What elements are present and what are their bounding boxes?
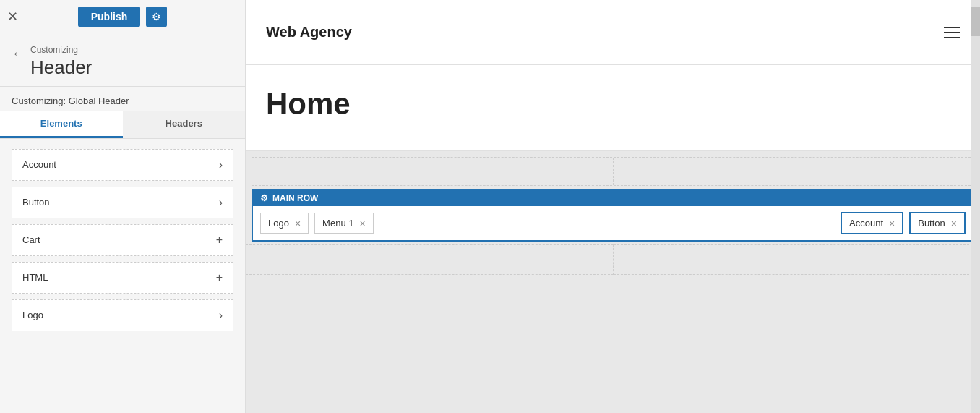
plus-icon: + — [216, 271, 223, 284]
home-section: Home — [246, 65, 980, 151]
chip-menu1-label: Menu 1 — [322, 218, 353, 229]
customizing-label: Customizing — [30, 45, 92, 56]
back-button[interactable]: ← — [12, 46, 25, 61]
top-bar: ✕ Publish ⚙ — [0, 0, 245, 33]
element-html-label: HTML — [22, 272, 216, 283]
element-cart-label: Cart — [22, 234, 216, 245]
element-html[interactable]: HTML + — [12, 262, 233, 294]
global-header-label: Customizing: Global Header — [0, 87, 245, 111]
settings-button[interactable]: ⚙ — [146, 7, 167, 27]
element-logo[interactable]: Logo › — [12, 299, 233, 331]
main-row-label: MAIN ROW — [272, 193, 318, 203]
chevron-right-icon: › — [219, 196, 223, 209]
left-panel: ✕ Publish ⚙ ← Customizing Header Customi… — [0, 0, 246, 413]
chip-account[interactable]: Account × — [841, 212, 903, 234]
main-content: Web Agency Home ⚙ MAIN ROW Logo — [246, 0, 980, 413]
main-row-container: ⚙ MAIN ROW Logo × Menu 1 × Account — [252, 189, 974, 242]
builder-top-row-right[interactable] — [614, 158, 974, 185]
close-icon: ✕ — [7, 9, 18, 25]
ham-line-1 — [944, 27, 960, 28]
ham-line-2 — [944, 32, 960, 33]
chevron-right-icon: › — [219, 158, 223, 171]
chip-logo-label: Logo — [268, 218, 289, 229]
builder-top-row-left[interactable] — [252, 158, 614, 185]
customizing-header-section: ← Customizing Header — [0, 33, 245, 87]
main-row-header: ⚙ MAIN ROW — [253, 190, 973, 206]
main-row-body: Logo × Menu 1 × Account × Button × — [253, 206, 973, 240]
hamburger-icon[interactable] — [944, 27, 960, 38]
publish-button[interactable]: Publish — [78, 7, 141, 27]
builder-bottom-cell-right[interactable] — [614, 244, 981, 275]
chip-logo-close[interactable]: × — [295, 218, 301, 229]
element-button-label: Button — [22, 197, 219, 208]
back-icon: ← — [12, 46, 25, 61]
element-button[interactable]: Button › — [12, 187, 233, 218]
site-name: Web Agency — [266, 24, 352, 41]
elements-list: Account › Button › Cart + HTML + Logo › — [0, 143, 245, 337]
home-title: Home — [266, 87, 960, 122]
chip-logo[interactable]: Logo × — [260, 213, 309, 234]
tab-headers[interactable]: Headers — [123, 111, 246, 138]
element-cart[interactable]: Cart + — [12, 224, 233, 256]
main-row-gear-icon[interactable]: ⚙ — [260, 193, 268, 203]
chip-account-label: Account — [849, 218, 883, 229]
chip-button-close[interactable]: × — [951, 218, 957, 229]
chip-account-close[interactable]: × — [889, 218, 895, 229]
chip-button[interactable]: Button × — [909, 212, 966, 234]
close-button[interactable]: ✕ — [7, 9, 18, 25]
builder-top-row — [252, 157, 974, 186]
scrollbar[interactable] — [971, 0, 980, 413]
builder-bottom-row — [246, 244, 980, 275]
preview-header: Web Agency — [246, 0, 980, 65]
chip-menu1[interactable]: Menu 1 × — [314, 213, 374, 234]
gear-icon: ⚙ — [152, 11, 161, 22]
plus-icon: + — [216, 234, 223, 247]
chip-button-label: Button — [918, 218, 945, 229]
ham-line-3 — [944, 37, 960, 38]
element-account-label: Account — [22, 159, 219, 170]
header-title: Header — [30, 56, 92, 79]
element-logo-label: Logo — [22, 310, 219, 320]
tab-elements[interactable]: Elements — [0, 111, 123, 138]
scroll-thumb[interactable] — [971, 7, 980, 36]
tabs-container: Elements Headers — [0, 111, 245, 139]
element-account[interactable]: Account › — [12, 149, 233, 181]
chevron-right-icon: › — [219, 309, 223, 322]
chip-menu1-close[interactable]: × — [359, 218, 365, 229]
builder-bottom-cell-left[interactable] — [246, 244, 614, 275]
builder-area: ⚙ MAIN ROW Logo × Menu 1 × Account — [246, 151, 980, 413]
customizing-text: Customizing Header — [30, 45, 92, 79]
